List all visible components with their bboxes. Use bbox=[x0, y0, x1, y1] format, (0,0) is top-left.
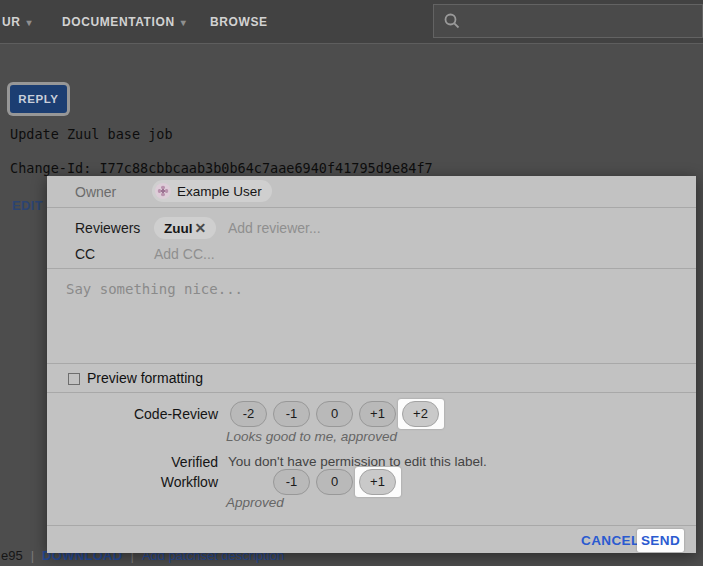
cancel-button[interactable]: CANCEL bbox=[581, 533, 640, 548]
code-review-vote-plus2[interactable]: +2 bbox=[402, 401, 439, 427]
workflow-vote-plus1-selected: +1 bbox=[355, 467, 401, 497]
edit-link[interactable]: EDIT bbox=[12, 198, 43, 213]
verified-label: Verified bbox=[47, 454, 218, 470]
workflow-label: Workflow bbox=[47, 474, 218, 490]
workflow-vote-0[interactable]: 0 bbox=[316, 469, 353, 495]
workflow-vote-minus1[interactable]: -1 bbox=[273, 469, 310, 495]
reply-dialog: Owner Example User Reviewers Zuul ✕ Add … bbox=[47, 176, 696, 553]
reviewer-chip: Zuul ✕ bbox=[154, 217, 216, 239]
code-review-label: Code-Review bbox=[47, 406, 218, 422]
search-input[interactable] bbox=[433, 4, 703, 38]
send-button[interactable]: SEND bbox=[637, 529, 684, 552]
divider bbox=[47, 392, 696, 393]
cc-label: CC bbox=[75, 246, 95, 262]
remove-reviewer-icon[interactable]: ✕ bbox=[195, 220, 207, 236]
divider: | bbox=[31, 548, 34, 563]
top-nav-bar: UR ▾ DOCUMENTATION ▾ BROWSE bbox=[0, 0, 703, 44]
code-review-description: Looks good to me, approved bbox=[226, 429, 397, 444]
preview-formatting-label: Preview formatting bbox=[87, 370, 203, 386]
commit-message: Update Zuul base job Change-Id: I77c88cb… bbox=[10, 126, 433, 177]
preview-formatting-checkbox[interactable] bbox=[68, 373, 80, 385]
add-reviewer-input[interactable]: Add reviewer... bbox=[228, 220, 321, 236]
search-icon bbox=[443, 12, 461, 30]
owner-label: Owner bbox=[75, 184, 116, 200]
chevron-down-icon: ▾ bbox=[27, 17, 33, 28]
chevron-down-icon: ▾ bbox=[181, 17, 187, 28]
code-review-vote-minus2[interactable]: -2 bbox=[230, 401, 267, 427]
reply-message-textarea[interactable]: Say something nice... bbox=[47, 269, 696, 363]
owner-name: Example User bbox=[177, 184, 262, 199]
reply-button[interactable]: REPLY bbox=[10, 85, 67, 113]
code-review-vote-plus2-selected: +2 bbox=[398, 399, 444, 429]
reviewers-label: Reviewers bbox=[75, 220, 140, 236]
add-cc-input[interactable]: Add CC... bbox=[154, 246, 215, 262]
avatar bbox=[155, 183, 171, 199]
divider bbox=[47, 525, 696, 526]
nav-item-documentation-label: DOCUMENTATION bbox=[62, 15, 175, 29]
divider bbox=[47, 363, 696, 364]
owner-chip: Example User bbox=[152, 180, 272, 202]
nav-item-your[interactable]: UR ▾ bbox=[2, 0, 32, 44]
workflow-vote-plus1[interactable]: +1 bbox=[359, 469, 396, 495]
code-review-vote-plus1[interactable]: +1 bbox=[359, 401, 396, 427]
message-placeholder: Say something nice... bbox=[66, 281, 243, 297]
workflow-description: Approved bbox=[226, 495, 284, 510]
nav-item-documentation[interactable]: DOCUMENTATION ▾ bbox=[62, 0, 186, 44]
commit-sha-fragment: e95 bbox=[1, 548, 23, 563]
code-review-vote-minus1[interactable]: -1 bbox=[273, 401, 310, 427]
divider bbox=[47, 207, 696, 208]
code-review-vote-0[interactable]: 0 bbox=[316, 401, 353, 427]
nav-item-browse-label: BROWSE bbox=[210, 15, 268, 29]
nav-item-browse[interactable]: BROWSE bbox=[210, 0, 268, 44]
nav-item-your-label: UR bbox=[2, 15, 21, 29]
reviewer-name: Zuul bbox=[164, 221, 193, 236]
